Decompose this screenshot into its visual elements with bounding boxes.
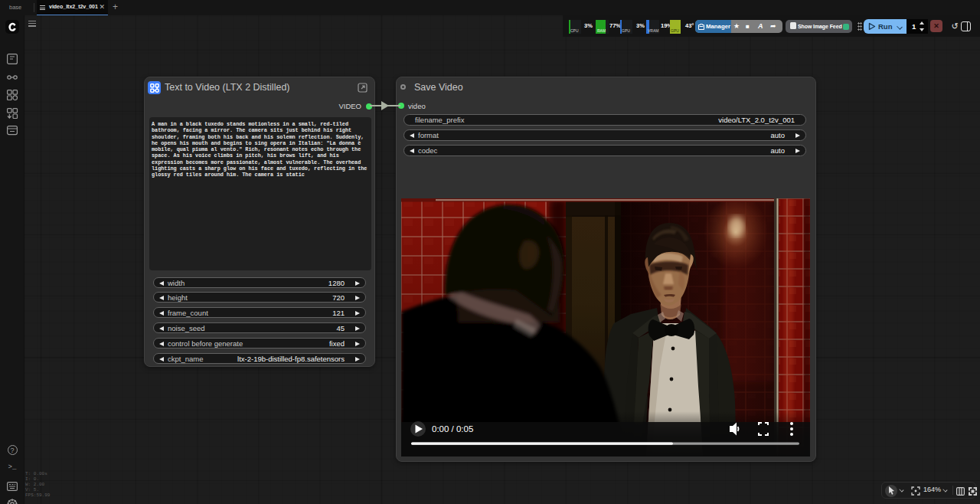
svg-text:0:00 / 0:05: 0:00 / 0:05 [432,424,473,434]
